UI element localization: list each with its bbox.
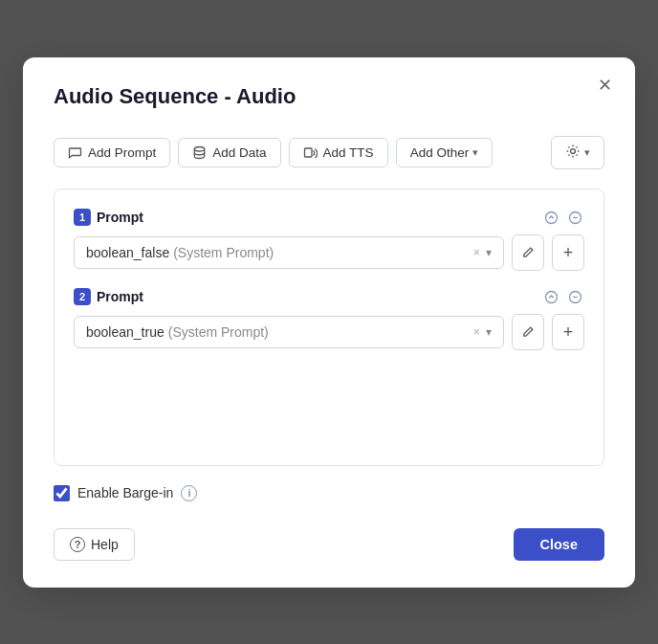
- barge-in-label[interactable]: Enable Barge-in: [77, 485, 173, 500]
- prompt-text-1: Prompt: [97, 210, 143, 225]
- prompt-1-chevron-icon: ▾: [486, 246, 492, 259]
- prompt-1-select[interactable]: boolean_false (System Prompt) × ▾: [74, 236, 504, 269]
- prompt-block-1: 1 Prompt: [74, 209, 584, 271]
- modal-dialog: ✕ Audio Sequence - Audio Add Prompt: [23, 57, 635, 588]
- tts-icon: [303, 145, 318, 160]
- gear-chevron-down-icon: ▾: [584, 146, 590, 159]
- plus-icon-1: +: [563, 244, 574, 261]
- close-button[interactable]: Close: [514, 528, 605, 561]
- modal-title: Audio Sequence - Audio: [54, 84, 604, 109]
- svg-point-5: [546, 291, 558, 302]
- prompt-1-type: (System Prompt): [173, 245, 274, 260]
- plus-icon-2: +: [563, 323, 574, 341]
- barge-in-info-icon: i: [181, 485, 197, 501]
- help-button[interactable]: ? Help: [54, 528, 135, 561]
- add-other-label: Add Other: [410, 145, 470, 160]
- prompt-text-2: Prompt: [97, 289, 143, 304]
- prompt-2-clear-icon[interactable]: ×: [472, 324, 480, 339]
- barge-in-row: Enable Barge-in i: [54, 485, 604, 501]
- svg-point-0: [195, 146, 206, 151]
- svg-point-3: [546, 211, 558, 223]
- add-data-button[interactable]: Add Data: [178, 138, 280, 167]
- prompt-2-add-button[interactable]: +: [552, 314, 584, 350]
- add-data-label: Add Data: [212, 145, 266, 160]
- modal-footer: ? Help Close: [54, 528, 604, 561]
- chevron-down-icon: ▾: [472, 146, 478, 159]
- svg-rect-1: [304, 148, 312, 157]
- help-label: Help: [91, 537, 119, 552]
- prompt-header-1: 1 Prompt: [74, 209, 584, 227]
- close-button-label: Close: [540, 537, 579, 552]
- add-tts-label: Add TTS: [323, 145, 374, 160]
- prompt-2-chevron-icon: ▾: [486, 325, 492, 339]
- prompt-1-value: boolean_false: [86, 245, 169, 260]
- prompt-2-type: (System Prompt): [168, 324, 269, 340]
- gear-icon: [565, 144, 581, 162]
- prompt-block-2: 2 Prompt: [74, 288, 584, 350]
- prompt-1-up-button[interactable]: [542, 209, 560, 227]
- prompt-1-delete-button[interactable]: [566, 209, 584, 227]
- enable-barge-in-checkbox[interactable]: [54, 485, 70, 501]
- toolbar: Add Prompt Add Data: [54, 136, 604, 169]
- prompt-2-select[interactable]: boolean_true (System Prompt) × ▾: [74, 316, 504, 348]
- prompt-row-2: boolean_true (System Prompt) × ▾: [74, 314, 584, 350]
- prompt-1-edit-button[interactable]: [512, 234, 544, 271]
- add-prompt-label: Add Prompt: [88, 145, 156, 160]
- prompt-2-delete-button[interactable]: [566, 288, 584, 306]
- content-area: 1 Prompt: [54, 189, 604, 466]
- add-prompt-button[interactable]: Add Prompt: [54, 138, 170, 167]
- x-icon: ✕: [598, 76, 612, 95]
- prompt-actions-1: [542, 209, 584, 227]
- prompt-2-up-button[interactable]: [542, 288, 560, 306]
- close-icon-button[interactable]: ✕: [594, 73, 616, 98]
- prompt-1-clear-icon[interactable]: ×: [472, 245, 480, 259]
- add-other-button[interactable]: Add Other ▾: [396, 138, 494, 167]
- info-letter: i: [187, 487, 190, 499]
- prompt-row-1: boolean_false (System Prompt) × ▾: [74, 234, 584, 271]
- prompt-number-1: 1: [74, 209, 91, 226]
- chat-bubble-icon: [68, 145, 82, 160]
- prompt-label-1: 1 Prompt: [74, 209, 143, 226]
- prompt-1-add-button[interactable]: +: [552, 234, 584, 271]
- question-icon: ?: [70, 537, 85, 552]
- svg-point-2: [571, 148, 576, 153]
- database-icon: [192, 145, 207, 160]
- gear-settings-button[interactable]: ▾: [551, 136, 604, 169]
- prompt-number-2: 2: [74, 288, 91, 305]
- prompt-header-2: 2 Prompt: [74, 288, 584, 306]
- prompt-2-edit-button[interactable]: [512, 314, 544, 350]
- add-tts-button[interactable]: Add TTS: [289, 138, 388, 167]
- prompt-actions-2: [542, 288, 584, 306]
- prompt-2-value: boolean_true: [86, 324, 164, 340]
- prompt-label-2: 2 Prompt: [74, 288, 143, 305]
